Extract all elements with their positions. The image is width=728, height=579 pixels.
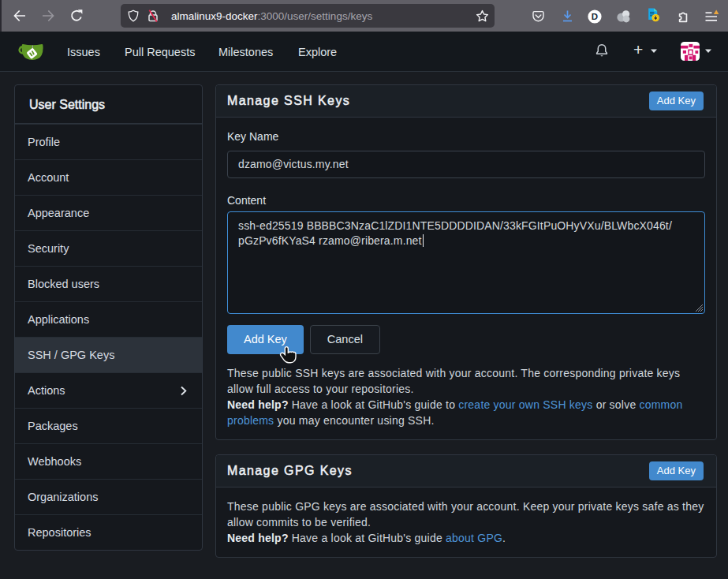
svg-text:D: D <box>592 12 598 21</box>
